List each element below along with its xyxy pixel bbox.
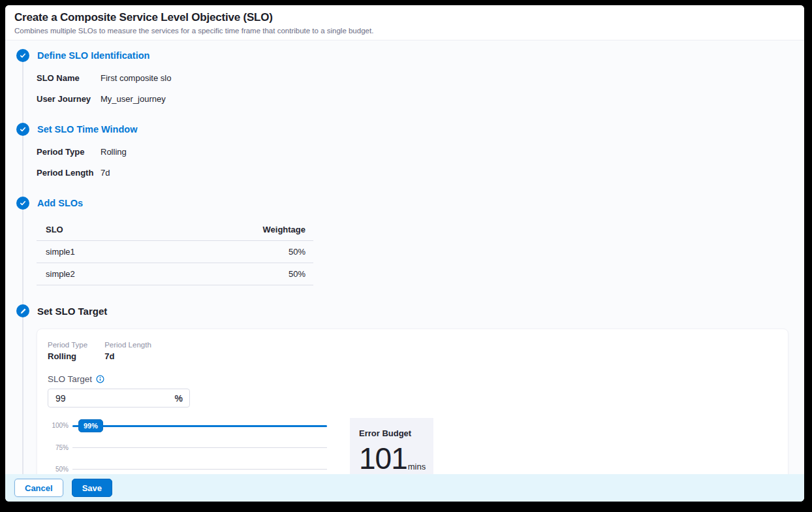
field-label: User Journey bbox=[37, 94, 101, 104]
field-value: First composite slo bbox=[101, 73, 171, 83]
percent-suffix: % bbox=[175, 393, 183, 404]
period-type-value: Rolling bbox=[48, 351, 87, 361]
slo-target-label: SLO Target bbox=[48, 374, 92, 384]
step-complete-check-icon bbox=[16, 123, 29, 136]
section-title[interactable]: Set SLO Time Window bbox=[37, 124, 137, 135]
step-edit-pencil-icon bbox=[16, 304, 29, 317]
weightage-cell: 50% bbox=[157, 241, 313, 263]
create-composite-slo-dialog: Create a Composite Service Level Objecti… bbox=[5, 5, 804, 502]
form-body: Define SLO Identification SLO Name First… bbox=[5, 40, 804, 474]
section-title[interactable]: Define SLO Identification bbox=[37, 50, 149, 61]
y-tick: 100% bbox=[52, 422, 69, 429]
target-level-line[interactable] bbox=[72, 425, 327, 427]
footer-action-bar: Cancel Save bbox=[5, 474, 804, 502]
error-budget-value-row: 101 mins bbox=[359, 445, 424, 473]
field-slo-name: SLO Name First composite slo bbox=[5, 73, 804, 83]
error-budget-value: 101 bbox=[359, 445, 407, 473]
field-user-journey: User Journey My_user_journey bbox=[5, 94, 804, 104]
info-icon[interactable] bbox=[96, 375, 104, 383]
slo-name-cell: simple2 bbox=[37, 263, 157, 285]
slo-target-input[interactable] bbox=[55, 393, 175, 404]
slo-name-cell: simple1 bbox=[37, 241, 157, 263]
section-set-slo-target: Set SLO Target Period Type Rolling Perio… bbox=[5, 304, 804, 474]
slo-target-card: Period Type Rolling Period Length 7d SLO… bbox=[37, 328, 789, 474]
period-length-value: 7d bbox=[104, 351, 151, 361]
section-define-slo-identification: Define SLO Identification SLO Name First… bbox=[5, 49, 804, 104]
page-header: Create a Composite Service Level Objecti… bbox=[5, 5, 804, 40]
slo-weightage-table: SLO Weightage simple1 50% simple2 50% bbox=[37, 219, 313, 285]
section-header-set-slo-target[interactable]: Set SLO Target bbox=[5, 304, 804, 317]
section-header-identification[interactable]: Define SLO Identification bbox=[5, 49, 804, 62]
weightage-cell: 50% bbox=[157, 263, 313, 285]
chart-plot-area: 99% bbox=[72, 425, 327, 474]
period-type-label: Period Type bbox=[48, 341, 87, 349]
field-label: SLO Name bbox=[37, 73, 101, 83]
table-header-row: SLO Weightage bbox=[37, 219, 313, 241]
page-subtitle: Combines multiple SLOs to measure the se… bbox=[14, 27, 795, 35]
field-label: Period Type bbox=[37, 147, 101, 157]
period-summary: Period Type Rolling Period Length 7d bbox=[48, 341, 777, 361]
table-row: simple2 50% bbox=[37, 263, 313, 285]
section-title[interactable]: Set SLO Target bbox=[37, 306, 107, 317]
target-chart-row: 100% 75% 50% 25% 0% bbox=[48, 418, 777, 474]
gridline-50 bbox=[72, 469, 327, 470]
table-row: simple1 50% bbox=[37, 241, 313, 263]
step-complete-check-icon bbox=[16, 49, 29, 62]
save-button[interactable]: Save bbox=[72, 479, 112, 497]
column-header-slo: SLO bbox=[37, 219, 157, 241]
section-add-slos: Add SLOs SLO Weightage simple1 50% simpl… bbox=[5, 197, 804, 285]
section-header-add-slos[interactable]: Add SLOs bbox=[5, 197, 804, 210]
target-slider-handle[interactable]: 99% bbox=[78, 419, 103, 432]
slo-target-slider-chart: 100% 75% 50% 25% 0% bbox=[48, 418, 327, 474]
gridline-75 bbox=[72, 447, 327, 448]
field-period-length: Period Length 7d bbox=[5, 168, 804, 178]
step-complete-check-icon bbox=[16, 197, 29, 210]
chart-y-axis: 100% 75% 50% 25% 0% bbox=[48, 425, 72, 474]
y-tick: 75% bbox=[55, 443, 69, 451]
section-set-slo-time-window: Set SLO Time Window Period Type Rolling … bbox=[5, 123, 804, 178]
field-period-type: Period Type Rolling bbox=[5, 147, 804, 157]
period-length-summary: Period Length 7d bbox=[104, 341, 151, 361]
cancel-button[interactable]: Cancel bbox=[14, 479, 63, 497]
section-title[interactable]: Add SLOs bbox=[37, 198, 83, 208]
page-title: Create a Composite Service Level Objecti… bbox=[14, 11, 795, 24]
field-label: Period Length bbox=[37, 168, 101, 178]
y-tick: 50% bbox=[55, 466, 69, 473]
column-header-weightage: Weightage bbox=[157, 219, 313, 241]
error-budget-card: Error Budget 101 mins bbox=[350, 418, 433, 474]
section-header-time-window[interactable]: Set SLO Time Window bbox=[5, 123, 804, 136]
error-budget-label: Error Budget bbox=[359, 428, 424, 438]
period-length-label: Period Length bbox=[104, 341, 151, 349]
error-budget-unit: mins bbox=[408, 462, 426, 473]
slo-target-label-row: SLO Target bbox=[48, 374, 777, 384]
field-value: 7d bbox=[101, 168, 110, 178]
period-type-summary: Period Type Rolling bbox=[48, 341, 87, 361]
slo-target-input-group: % bbox=[48, 389, 190, 408]
field-value: My_user_journey bbox=[101, 94, 166, 104]
field-value: Rolling bbox=[101, 147, 127, 157]
